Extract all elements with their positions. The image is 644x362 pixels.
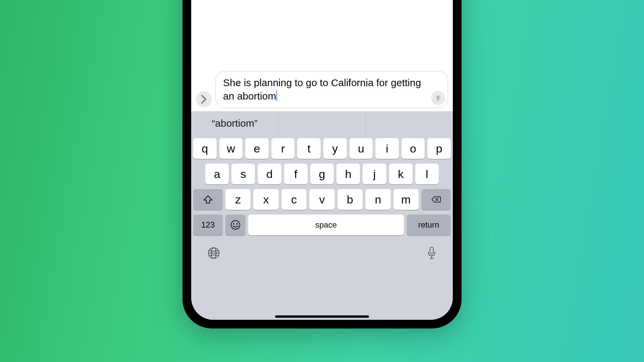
key-w[interactable]: w [219, 138, 243, 159]
key-d[interactable]: d [258, 164, 281, 184]
phone-frame: She is planning to go to California for … [182, 0, 462, 328]
home-indicator[interactable] [275, 315, 369, 318]
shift-key[interactable] [193, 189, 223, 210]
keyboard-row-4: 123 space return [193, 215, 451, 235]
keyboard-footer [193, 241, 451, 272]
keyboard: q w e r t y u i o p a s d f g h [191, 135, 453, 320]
key-l[interactable]: l [415, 164, 439, 184]
svg-point-1 [233, 223, 234, 225]
numbers-key[interactable]: 123 [193, 215, 223, 235]
message-text: She is planning to go to California for … [223, 77, 421, 102]
key-b[interactable]: b [337, 189, 363, 210]
phone-screen: She is planning to go to California for … [191, 0, 453, 320]
emoji-key[interactable] [225, 215, 246, 235]
compose-row: She is planning to go to California for … [196, 71, 448, 108]
suggestion-1[interactable]: “abortiom” [191, 111, 278, 135]
suggestion-bar: “abortiom” [191, 111, 453, 135]
arrow-up-icon [435, 94, 441, 102]
globe-button[interactable] [207, 247, 220, 261]
backspace-key[interactable] [421, 189, 451, 210]
key-o[interactable]: o [401, 138, 425, 159]
return-key[interactable]: return [407, 215, 451, 235]
send-button[interactable] [431, 91, 445, 105]
key-r[interactable]: r [271, 138, 295, 159]
key-f[interactable]: f [284, 164, 308, 184]
shift-icon [203, 194, 213, 204]
key-h[interactable]: h [336, 164, 360, 184]
backspace-icon [431, 194, 441, 204]
suggestion-2[interactable] [278, 111, 366, 135]
emoji-icon [230, 220, 241, 230]
key-z[interactable]: z [225, 189, 251, 210]
key-u[interactable]: u [350, 138, 373, 159]
dictation-button[interactable] [427, 246, 437, 261]
svg-rect-6 [430, 247, 433, 254]
chevron-right-icon [201, 95, 207, 104]
key-a[interactable]: a [205, 164, 229, 184]
key-t[interactable]: t [297, 138, 321, 159]
key-q[interactable]: q [193, 138, 217, 159]
keyboard-row-3: z x c v b n m [193, 189, 451, 210]
key-e[interactable]: e [245, 138, 269, 159]
phone-bezel: She is planning to go to California for … [189, 0, 455, 322]
key-i[interactable]: i [375, 138, 399, 159]
key-k[interactable]: k [389, 164, 413, 184]
key-c[interactable]: c [281, 189, 307, 210]
key-x[interactable]: x [253, 189, 278, 210]
space-key[interactable]: space [248, 215, 404, 235]
svg-point-2 [236, 223, 238, 225]
message-input[interactable]: She is planning to go to California for … [215, 71, 448, 108]
key-g[interactable]: g [310, 164, 334, 184]
key-n[interactable]: n [365, 189, 390, 210]
keyboard-row-2: a s d f g h j k l [193, 164, 451, 184]
key-v[interactable]: v [309, 189, 334, 210]
message-area: She is planning to go to California for … [191, 0, 453, 111]
key-m[interactable]: m [393, 189, 419, 210]
key-s[interactable]: s [231, 164, 255, 184]
key-p[interactable]: p [427, 138, 451, 159]
svg-point-0 [231, 221, 240, 229]
text-cursor [276, 90, 277, 101]
keyboard-row-1: q w e r t y u i o p [193, 138, 451, 159]
globe-icon [207, 247, 220, 259]
microphone-icon [427, 246, 437, 260]
suggestion-3[interactable] [366, 111, 453, 135]
key-y[interactable]: y [323, 138, 347, 159]
key-j[interactable]: j [363, 164, 386, 184]
expand-apps-button[interactable] [196, 91, 212, 107]
